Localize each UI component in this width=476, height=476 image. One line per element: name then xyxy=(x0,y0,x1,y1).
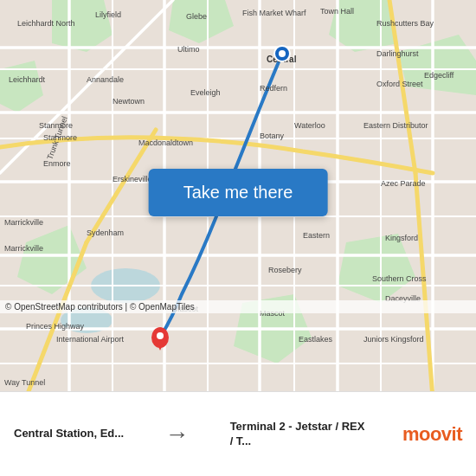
svg-text:Annandale: Annandale xyxy=(87,75,124,84)
attribution-text: © OpenStreetMap contributors | © OpenMap… xyxy=(5,302,195,312)
svg-text:Juniors Kingsford: Juniors Kingsford xyxy=(363,335,424,344)
svg-text:Marrickville: Marrickville xyxy=(4,218,43,227)
svg-text:Newtown: Newtown xyxy=(113,97,145,106)
svg-point-77 xyxy=(279,50,286,57)
svg-text:Enmore: Enmore xyxy=(43,159,71,168)
svg-text:Eastern Distributor: Eastern Distributor xyxy=(363,121,428,130)
svg-text:International Airport: International Airport xyxy=(56,335,125,344)
moovit-brand: moovit xyxy=(402,423,462,446)
svg-point-80 xyxy=(157,332,164,339)
svg-text:Eastern: Eastern xyxy=(303,231,330,240)
bottom-bar: Central Station, Ed... → Terminal 2 - Je… xyxy=(0,391,476,476)
svg-text:Kingsford: Kingsford xyxy=(385,234,418,242)
svg-text:Azec Parade: Azec Parade xyxy=(381,179,426,188)
svg-text:Leichhardt: Leichhardt xyxy=(9,75,46,84)
take-me-there-button[interactable]: Take me there xyxy=(149,169,328,216)
svg-text:Marrickville: Marrickville xyxy=(4,244,43,253)
svg-text:Glebe: Glebe xyxy=(186,12,207,21)
svg-text:Ultimo: Ultimo xyxy=(177,45,200,54)
map-container: Leichhardt North Lilyfield Glebe Fish Ma… xyxy=(0,0,476,398)
svg-text:Rushcutters Bay: Rushcutters Bay xyxy=(376,19,434,28)
origin-info: Central Station, Ed... xyxy=(14,427,124,441)
svg-text:Way Tunnel: Way Tunnel xyxy=(4,378,45,387)
attribution-bar: © OpenStreetMap contributors | © OpenMap… xyxy=(0,300,476,313)
svg-text:Fish Market Wharf: Fish Market Wharf xyxy=(242,9,306,17)
svg-text:Princes Highway: Princes Highway xyxy=(26,322,85,331)
svg-text:Leichhardt North: Leichhardt North xyxy=(17,19,75,28)
svg-text:Botany: Botany xyxy=(260,132,285,140)
svg-text:Lilyfield: Lilyfield xyxy=(95,10,121,19)
svg-text:Rosebery: Rosebery xyxy=(268,266,302,274)
svg-text:Erskineville: Erskineville xyxy=(113,175,152,183)
destination-name: Terminal 2 - Jetstar / REX / T... xyxy=(230,420,369,449)
svg-text:Darlinghurst: Darlinghurst xyxy=(376,49,419,58)
svg-text:Town Hall: Town Hall xyxy=(320,7,354,16)
destination-info: Terminal 2 - Jetstar / REX / T... xyxy=(230,420,369,449)
svg-text:Edgecliff: Edgecliff xyxy=(424,71,454,80)
svg-text:Eveleigh: Eveleigh xyxy=(190,88,221,97)
origin-name: Central Station, Ed... xyxy=(14,427,124,441)
svg-text:Oxford Street: Oxford Street xyxy=(376,80,423,88)
svg-text:Waterloo: Waterloo xyxy=(294,121,325,130)
svg-text:Sydenham: Sydenham xyxy=(87,228,124,237)
moovit-logo: moovit xyxy=(402,423,462,446)
route-arrow: → xyxy=(164,421,189,448)
svg-text:Macdonaldtown: Macdonaldtown xyxy=(138,138,193,147)
svg-text:Southern Cross: Southern Cross xyxy=(372,274,427,283)
svg-text:Redfern: Redfern xyxy=(260,84,287,93)
svg-text:Eastlakes: Eastlakes xyxy=(299,335,333,344)
